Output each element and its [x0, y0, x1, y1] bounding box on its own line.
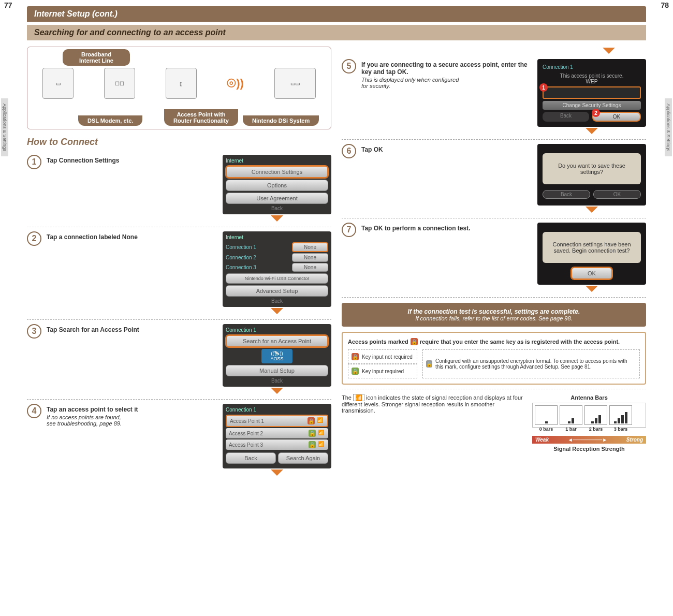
- wall-jack-icon: ▭: [42, 68, 74, 99]
- step-7: 7 Tap OK to perform a connection test. C…: [342, 218, 646, 298]
- back-button[interactable]: Back: [226, 206, 328, 211]
- step-6: 6 Tap OK Do you want to save these setti…: [342, 140, 646, 218]
- step-3-number: 3: [27, 324, 41, 339]
- completion-message: If the connection test is successful, se…: [342, 303, 646, 327]
- step-7-number: 7: [342, 223, 356, 237]
- modem-icon: ☐☐: [104, 68, 135, 99]
- signal-description: The 📶 icon indicates the state of signal…: [342, 394, 524, 414]
- step-4-screen: Connection 1 Access Point 1🔒📶 Access Poi…: [223, 404, 331, 468]
- arrow-down-icon: [603, 48, 615, 54]
- lock-icon: 🔒: [352, 353, 359, 360]
- back-button[interactable]: Back: [543, 190, 590, 199]
- step-1-number: 1: [27, 155, 41, 169]
- usb-connector-button[interactable]: Nintendo Wi-Fi USB Connector: [226, 273, 328, 284]
- user-agreement-button[interactable]: User Agreement: [226, 193, 328, 204]
- step-2-screen: Internet Connection 1None Connection 2No…: [223, 231, 331, 307]
- arrow-down-icon: [271, 388, 283, 394]
- step-5-screen: Connection 1 This access point is secure…: [537, 59, 646, 127]
- signal-reception-label: Signal Reception Strength: [532, 446, 646, 452]
- change-security-button[interactable]: Change Security Settings: [543, 101, 641, 110]
- signal-icon: 📶: [318, 441, 325, 448]
- callout-1: 1: [539, 83, 548, 92]
- arrow-down-icon: [586, 128, 598, 134]
- security-key-input[interactable]: 1: [543, 86, 641, 99]
- antenna-bars-title: Antenna Bars: [532, 394, 646, 401]
- side-tab-left: Applications & Settings: [1, 98, 8, 156]
- back-button[interactable]: Back: [226, 452, 276, 464]
- options-button[interactable]: Options: [226, 180, 328, 191]
- back-button[interactable]: Back: [226, 298, 328, 304]
- diagram-broadband-label: Broadband Internet Line: [63, 49, 130, 66]
- step-4: 4 Tap an access point to select itIf no …: [27, 400, 331, 481]
- step-1: 1 Tap Connection Settings Internet Conne…: [27, 151, 331, 227]
- page-num-left: 77: [4, 1, 12, 9]
- access-point-2[interactable]: Access Point 2🔒📶: [226, 428, 328, 438]
- lock-icon: 🔒: [308, 417, 315, 424]
- arrow-down-icon: [586, 207, 598, 213]
- bars-0: 0 bars: [535, 405, 558, 425]
- callout-2: 2: [592, 109, 600, 117]
- diagram-modem-label: DSL Modem, etc.: [78, 115, 142, 126]
- step-3: 3 Tap Search for an Access Point Connect…: [27, 320, 331, 400]
- lock-icon: 🔒: [309, 430, 316, 437]
- step-6-number: 6: [342, 144, 356, 158]
- lock-icon: 🔒: [426, 360, 432, 368]
- diagram-ap-label: Access Point with Router Functionality: [164, 109, 238, 126]
- page-num-right: 78: [661, 1, 669, 9]
- lock-icon: 🔒: [309, 441, 316, 448]
- diagram-dsi-label: Nintendo DSi System: [243, 115, 319, 126]
- search-ap-button[interactable]: Search for an Access Point: [226, 335, 328, 347]
- antenna-bars-box: 0 bars 1 bar 2 bars 3 bars: [532, 403, 646, 428]
- bars-2: 2 bars: [584, 405, 607, 425]
- network-diagram: Broadband Internet Line ▭ ☐☐ ▯ ⦾)) ▭▭ DS…: [27, 47, 331, 129]
- strength-bar: Weak◄────────►Strong: [532, 436, 646, 444]
- signal-icon: 📶: [318, 430, 325, 437]
- arrow-down-icon: [271, 470, 283, 476]
- bars-3: 3 bars: [609, 405, 632, 425]
- subheader-title: Searching for and connecting to an acces…: [27, 25, 646, 40]
- unsupported-cell: 🔒Configured with an unsupported encrypti…: [422, 349, 640, 378]
- arrow-down-icon: [271, 308, 283, 314]
- ok-button[interactable]: OK: [593, 190, 641, 199]
- step-2: 2 Tap a connection labeled None Internet…: [27, 227, 331, 320]
- signal-icon: 📶: [353, 394, 364, 401]
- arrow-down-icon: [271, 215, 283, 222]
- connection-3-row[interactable]: Connection 3None: [226, 263, 328, 272]
- side-tab-right: Applications & Settings: [665, 98, 672, 156]
- signal-icon: 📶: [317, 417, 324, 424]
- how-to-connect-heading: How to Connect: [27, 137, 331, 148]
- back-button[interactable]: Back: [543, 112, 589, 122]
- back-button[interactable]: Back: [226, 378, 328, 384]
- step-6-screen: Do you want to save these settings? Back…: [537, 144, 646, 206]
- access-point-1[interactable]: Access Point 1🔒📶: [226, 415, 328, 427]
- router-icon: ▯: [166, 68, 197, 99]
- step-1-screen: Internet Connection Settings Options Use…: [223, 155, 331, 214]
- search-again-button[interactable]: Search Again: [278, 452, 328, 464]
- key-not-required-cell: 🔒Key input not required: [348, 349, 417, 364]
- key-required-cell: 🔒Key input required: [348, 364, 417, 378]
- lock-icon: 🔒: [352, 368, 359, 375]
- step-5-number: 5: [342, 59, 356, 74]
- step-7-screen: Connection settings have been saved. Beg…: [537, 223, 646, 285]
- advanced-setup-button[interactable]: Advanced Setup: [226, 285, 328, 297]
- connection-1-row[interactable]: Connection 1None: [226, 242, 328, 252]
- aoss-button[interactable]: ((📡))AOSS: [261, 349, 292, 363]
- access-point-3[interactable]: Access Point 3🔒📶: [226, 439, 328, 450]
- connection-2-row[interactable]: Connection 2None: [226, 253, 328, 262]
- lock-icon: 🔒: [411, 338, 418, 345]
- wifi-icon: ⦾)): [227, 77, 244, 90]
- step-4-number: 4: [27, 404, 41, 418]
- connection-settings-button[interactable]: Connection Settings: [226, 166, 328, 178]
- arrow-down-icon: [586, 286, 598, 292]
- bars-1: 1 bar: [560, 405, 582, 425]
- manual-setup-button[interactable]: Manual Setup: [226, 365, 328, 376]
- ok-button[interactable]: OK: [571, 267, 612, 280]
- step-5: 5 If you are connecting to a secure acce…: [342, 55, 646, 140]
- step-2-number: 2: [27, 231, 41, 246]
- dsi-icon: ▭▭: [274, 68, 316, 99]
- step-3-screen: Connection 1 Search for an Access Point …: [223, 324, 331, 387]
- access-point-info-box: Access points marked 🔒 require that you …: [342, 332, 646, 385]
